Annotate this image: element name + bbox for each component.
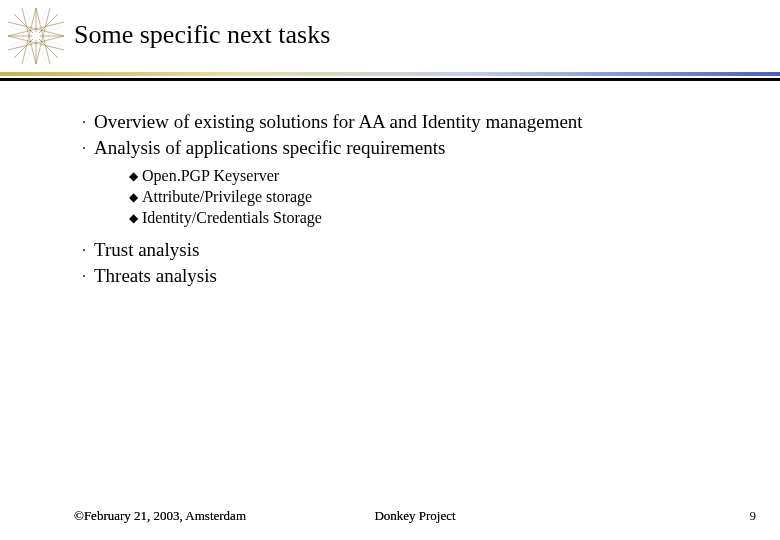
svg-line-15 xyxy=(10,26,62,46)
bullet-text: Trust analysis xyxy=(94,238,199,262)
bullet-text: Overview of existing solutions for AA an… xyxy=(94,110,583,134)
starburst-decoration xyxy=(8,8,64,64)
bullet-icon: · xyxy=(74,264,94,288)
bullet-item: · Threats analysis xyxy=(74,264,740,288)
svg-line-9 xyxy=(36,8,50,64)
bullet-icon: · xyxy=(74,238,94,262)
svg-line-7 xyxy=(8,36,64,50)
title-underline xyxy=(0,72,780,82)
svg-line-11 xyxy=(8,36,64,50)
footer-project: Donkey Project xyxy=(301,508,528,524)
svg-line-12 xyxy=(26,10,46,62)
bullet-item: · Overview of existing solutions for AA … xyxy=(74,110,740,134)
sub-bullet-item: ◆ Identity/Credentials Storage xyxy=(124,208,740,228)
slide-body: · Overview of existing solutions for AA … xyxy=(74,110,740,290)
svg-line-8 xyxy=(22,8,36,64)
footer-date: ©February 21, 2003, Amsterdam xyxy=(0,508,301,524)
sub-bullet-icon: ◆ xyxy=(124,187,142,207)
svg-line-10 xyxy=(8,22,64,36)
sub-bullet-icon: ◆ xyxy=(124,166,142,186)
footer-page-number: 9 xyxy=(529,508,780,524)
sub-bullet-text: Attribute/Privilege storage xyxy=(142,187,312,207)
bullet-text: Analysis of applications specific requir… xyxy=(94,136,445,160)
svg-line-13 xyxy=(26,10,46,62)
bullet-text: Threats analysis xyxy=(94,264,217,288)
svg-line-2 xyxy=(14,14,58,58)
sub-bullet-text: Open.PGP Keyserver xyxy=(142,166,279,186)
bullet-icon: · xyxy=(74,110,94,134)
bullet-item: · Trust analysis xyxy=(74,238,740,262)
svg-line-14 xyxy=(10,26,62,46)
bullet-item: · Analysis of applications specific requ… xyxy=(74,136,740,160)
sub-bullet-item: ◆ Attribute/Privilege storage xyxy=(124,187,740,207)
svg-line-4 xyxy=(22,8,36,64)
sub-bullet-text: Identity/Credentials Storage xyxy=(142,208,322,228)
sub-bullet-icon: ◆ xyxy=(124,208,142,228)
svg-point-16 xyxy=(32,32,40,40)
slide-title: Some specific next tasks xyxy=(74,20,330,50)
bullet-icon: · xyxy=(74,136,94,160)
svg-line-5 xyxy=(36,8,50,64)
sub-bullet-item: ◆ Open.PGP Keyserver xyxy=(124,166,740,186)
svg-line-6 xyxy=(8,22,64,36)
svg-line-3 xyxy=(14,14,58,58)
sub-bullet-list: ◆ Open.PGP Keyserver ◆ Attribute/Privile… xyxy=(124,166,740,228)
slide-footer: ©February 21, 2003, Amsterdam Donkey Pro… xyxy=(0,508,780,524)
